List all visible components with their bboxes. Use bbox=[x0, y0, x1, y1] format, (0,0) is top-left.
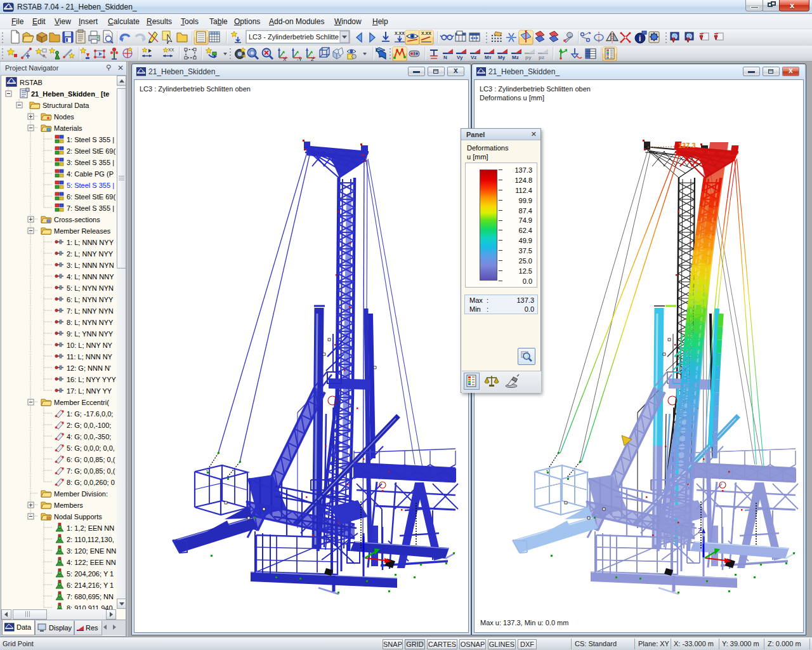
svg-text:5: Steel S 355 |: 5: Steel S 355 | bbox=[67, 182, 114, 189]
svg-text:7: Steel S 355 |: 7: Steel S 355 | bbox=[67, 204, 114, 212]
svg-text:X: X bbox=[283, 56, 287, 62]
svg-text:N: N bbox=[443, 55, 447, 60]
svg-text:X.XX: X.XX bbox=[395, 31, 405, 36]
svg-text:X.XX: X.XX bbox=[421, 31, 431, 36]
svg-text:Nodes: Nodes bbox=[54, 113, 74, 121]
svg-text:11: L; NNN NY: 11: L; NNN NY bbox=[67, 353, 113, 361]
svg-text:My: My bbox=[498, 55, 506, 60]
svg-text:2: L; NNY NYY: 2: L; NNY NYY bbox=[67, 250, 114, 258]
svg-text:LC3 - Zylinderbetrieb Schlitte: LC3 - Zylinderbetrieb Schlitte bbox=[249, 33, 339, 41]
svg-text:1: L; NNN NYY: 1: L; NNN NYY bbox=[67, 239, 114, 246]
svg-text:4: G; 0,0,-350;: 4: G; 0,0,-350; bbox=[67, 433, 111, 441]
svg-text:8: G; 0,0,260; 0: 8: G; 0,0,260; 0 bbox=[67, 479, 115, 486]
svg-text:Nodal Supports: Nodal Supports bbox=[54, 513, 102, 521]
svg-text:Structural Data: Structural Data bbox=[43, 102, 89, 109]
svg-text:Z: Z bbox=[698, 527, 702, 534]
svg-text:i: i bbox=[639, 34, 641, 43]
svg-text:py: py bbox=[525, 55, 532, 60]
svg-text:2: 110,112,130,: 2: 110,112,130, bbox=[67, 536, 114, 543]
svg-text:7: 680,695; NN: 7: 680,695; NN bbox=[67, 593, 114, 600]
svg-text:3: Steel S 355 |: 3: Steel S 355 | bbox=[67, 159, 114, 166]
svg-text:4: Cable PG (P: 4: Cable PG (P bbox=[67, 170, 114, 178]
svg-text:5: 204,206; Y 1: 5: 204,206; Y 1 bbox=[67, 570, 114, 578]
svg-text:137.3: 137.3 bbox=[678, 142, 696, 149]
svg-text:6: G; 0,0,85; 0,(: 6: G; 0,0,85; 0,( bbox=[67, 456, 115, 463]
svg-text:RSTAB: RSTAB bbox=[20, 79, 43, 86]
svg-text:Member Releases: Member Releases bbox=[54, 227, 111, 235]
svg-text:12: G; NNN N': 12: G; NNN N' bbox=[67, 364, 111, 372]
svg-text:10: L; NNY NY: 10: L; NNY NY bbox=[67, 342, 113, 349]
svg-text:5: L; NYN NYN: 5: L; NYN NYN bbox=[67, 284, 114, 292]
svg-text:6: 214,216; Y 1: 6: 214,216; Y 1 bbox=[67, 581, 114, 589]
svg-text:Vz: Vz bbox=[471, 55, 476, 60]
svg-text:4: L; NNN NNY: 4: L; NNN NNY bbox=[67, 273, 114, 281]
svg-text:5: G; 0,0,0; 0,0,: 5: G; 0,0,0; 0,0, bbox=[67, 444, 115, 452]
svg-text:Members: Members bbox=[54, 501, 83, 509]
svg-text:6: L; NYN NYY: 6: L; NYN NYY bbox=[67, 296, 114, 303]
svg-text:6: Steel StE 69(: 6: Steel StE 69( bbox=[67, 193, 115, 201]
svg-text:3: L; NNN NYN: 3: L; NNN NYN bbox=[67, 262, 114, 269]
svg-text:Mᴛ: Mᴛ bbox=[485, 55, 492, 60]
svg-text:2: Steel StE 69(: 2: Steel StE 69( bbox=[67, 147, 115, 155]
svg-text:pz: pz bbox=[539, 55, 544, 60]
svg-text:Mz: Mz bbox=[512, 55, 519, 60]
svg-text:17: L; NNY YY: 17: L; NNY YY bbox=[67, 387, 112, 395]
svg-text:1: G; -17.6,0,0;: 1: G; -17.6,0,0; bbox=[67, 410, 113, 418]
svg-text:21_Heben_Skidden_ [te: 21_Heben_Skidden_ [te bbox=[31, 90, 110, 98]
svg-text:3: 120; ENE NN: 3: 120; ENE NN bbox=[67, 547, 116, 555]
svg-text:2: G; 0,0,-100;: 2: G; 0,0,-100; bbox=[67, 421, 111, 429]
svg-text:XX: XX bbox=[168, 48, 174, 52]
svg-text:Cross-sections: Cross-sections bbox=[54, 216, 100, 223]
svg-text:8: L; NYN NYY: 8: L; NYN NYY bbox=[67, 319, 114, 326]
svg-text:-Y: -Y bbox=[297, 56, 303, 62]
svg-text:1: Steel S 355 |: 1: Steel S 355 | bbox=[67, 136, 114, 143]
svg-text:Vy: Vy bbox=[457, 55, 463, 60]
svg-text:Materials: Materials bbox=[54, 124, 82, 132]
svg-text:7: G; 0,0,85; 0,(: 7: G; 0,0,85; 0,( bbox=[67, 467, 115, 475]
svg-text:Z: Z bbox=[311, 56, 314, 62]
svg-text:7: L; NNY NYN: 7: L; NNY NYN bbox=[67, 307, 114, 315]
svg-text:16: L; NYY YYY: 16: L; NYY YYY bbox=[67, 376, 117, 383]
svg-text:Member Eccentri(: Member Eccentri( bbox=[54, 399, 109, 406]
svg-text:1: 1,2; EEN NN: 1: 1,2; EEN NN bbox=[67, 524, 114, 532]
svg-text:4: 122; EEE NN: 4: 122; EEE NN bbox=[67, 559, 116, 566]
svg-text:9: L; YNN NYY: 9: L; YNN NYY bbox=[67, 330, 114, 338]
svg-text:Member Division:: Member Division: bbox=[54, 490, 108, 498]
